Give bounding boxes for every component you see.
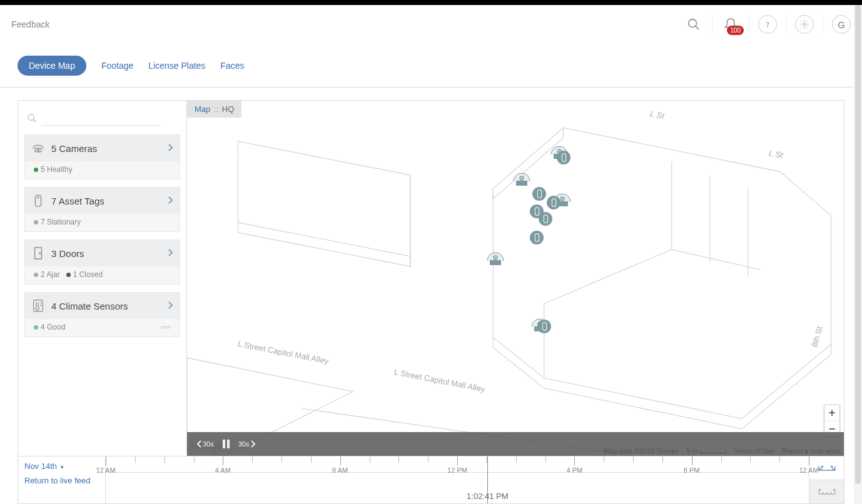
map-camera-marker[interactable] [512, 173, 531, 186]
drag-handle-icon [161, 326, 171, 328]
card-cameras: 5 Cameras 5 Healthy [24, 134, 180, 179]
svg-line-1 [696, 26, 699, 30]
chevron-right-icon [167, 143, 173, 154]
door-icon [31, 246, 45, 260]
content-area: 5 Cameras 5 Healthy 7 Asset Tags [18, 100, 844, 456]
svg-point-20 [521, 178, 523, 179]
svg-line-5 [33, 119, 36, 122]
card-title: 5 Cameras [51, 143, 167, 154]
chevron-right-icon [167, 300, 173, 311]
divider [712, 14, 712, 34]
tab-license-plates[interactable]: License Plates [148, 56, 205, 76]
tab-faces[interactable]: Faces [220, 56, 244, 76]
map-asset-marker[interactable] [557, 151, 570, 164]
sidebar-search-input[interactable] [42, 111, 161, 126]
divider [786, 14, 786, 34]
svg-rect-35 [535, 234, 539, 241]
timeline-hour-label: 12 PM [447, 466, 467, 474]
map-asset-marker[interactable] [530, 231, 544, 244]
svg-rect-18 [516, 181, 527, 186]
forward-30-button[interactable]: 30s [238, 440, 255, 448]
zoom-out-timeline-button[interactable] [809, 480, 844, 503]
card-climate-sensors: 4 Climate Sensors 4 Good [24, 292, 180, 337]
svg-point-3 [803, 23, 806, 26]
pause-button[interactable] [223, 440, 230, 448]
timeline-current-time: 1:02:41 PM [467, 491, 509, 501]
sidebar-search [24, 108, 180, 134]
tab-footage[interactable]: Footage [101, 56, 133, 76]
zoom-in-button[interactable]: + [824, 405, 839, 421]
timeline-hour-label: 4 AM [215, 466, 231, 474]
timeline-ruler: 12 AM4 AM8 AM12 PM4 PM8 PM12 AM [106, 456, 809, 473]
card-title: 4 Climate Sensors [51, 301, 167, 311]
card-status-row: 2 Ajar 1 Closed [25, 266, 180, 284]
app-header: Feedback 100 G [0, 5, 862, 44]
map-panel[interactable]: Map :: HQ [187, 101, 844, 456]
window-top-strip [0, 0, 862, 5]
status-item: 7 Stationary [34, 218, 81, 226]
status-item: 5 Healthy [34, 165, 73, 174]
svg-rect-36 [542, 323, 546, 330]
card-status-row: 7 Stationary [25, 214, 180, 231]
map-asset-marker[interactable] [537, 320, 551, 333]
feedback-link[interactable]: Feedback [11, 19, 49, 29]
breadcrumb-root[interactable]: Map [195, 104, 210, 114]
svg-rect-31 [537, 190, 541, 198]
settings-icon[interactable] [795, 15, 814, 34]
card-cameras-header[interactable]: 5 Cameras [25, 135, 180, 161]
scrollbar[interactable] [854, 5, 862, 504]
timeline: Nov 14th▾ Return to live feed 12 AM4 AM8… [18, 456, 844, 504]
svg-rect-33 [535, 208, 539, 215]
main-tabs: Device Map Footage License Plates Faces [0, 44, 862, 88]
card-doors: 3 Doors 2 Ajar 1 Closed [24, 239, 180, 285]
return-to-live-link[interactable]: Return to live feed [24, 476, 99, 485]
map-asset-marker[interactable] [532, 187, 546, 201]
card-status-row: 5 Healthy [25, 161, 180, 179]
avatar[interactable]: G [832, 15, 851, 34]
tab-device-map[interactable]: Device Map [18, 56, 86, 76]
svg-rect-24 [490, 260, 501, 265]
timeline-tools [809, 456, 844, 503]
street-label-lst: L St [768, 148, 784, 159]
svg-point-4 [28, 114, 34, 120]
svg-point-9 [38, 197, 39, 198]
status-item: 1 Closed [66, 270, 103, 279]
timeline-hour-label: 4 PM [566, 466, 582, 474]
svg-rect-30 [562, 154, 565, 161]
map-buildings [187, 101, 844, 456]
chevron-right-icon [167, 195, 173, 206]
map-camera-marker[interactable] [486, 252, 505, 266]
divider [749, 14, 749, 34]
svg-point-26 [495, 257, 497, 259]
timeline-date-picker[interactable]: Nov 14th▾ [24, 461, 64, 471]
climate-icon [31, 299, 45, 313]
timeline-track[interactable]: 12 AM4 AM8 AM12 PM4 PM8 PM12 AM 1:02:41 … [106, 456, 809, 503]
card-climate-header[interactable]: 4 Climate Sensors [25, 293, 180, 319]
divider [823, 14, 823, 34]
timeline-hour-label: 8 PM [684, 466, 700, 474]
status-item: 4 Good [34, 323, 65, 331]
svg-point-23 [562, 198, 564, 200]
svg-point-2 [768, 26, 768, 27]
notifications-icon[interactable]: 100 [721, 15, 740, 34]
playback-bar: 30s 30s [187, 432, 844, 456]
search-icon[interactable] [684, 15, 703, 34]
map-canvas[interactable]: L St L St L Street Capitol Mall Alley L … [187, 101, 844, 456]
map-asset-marker[interactable] [547, 196, 560, 209]
svg-point-0 [689, 19, 697, 28]
notifications-badge: 100 [727, 26, 744, 35]
breadcrumb-separator: :: [214, 104, 218, 114]
search-icon [27, 113, 37, 123]
help-icon[interactable] [758, 15, 777, 34]
timeline-hour-label: 8 AM [332, 466, 348, 474]
svg-point-7 [37, 149, 39, 151]
rewind-30-button[interactable]: 30s [197, 440, 214, 448]
card-doors-header[interactable]: 3 Doors [25, 240, 180, 266]
tag-icon [31, 194, 45, 208]
timeline-hour-label: 12 AM [96, 466, 115, 474]
camera-icon [31, 141, 45, 155]
map-asset-marker[interactable] [539, 212, 552, 226]
card-asset-tags-header[interactable]: 7 Asset Tags [25, 188, 180, 214]
timeline-hour-label: 12 AM [799, 466, 818, 474]
device-sidebar: 5 Cameras 5 Healthy 7 Asset Tags [18, 101, 187, 456]
